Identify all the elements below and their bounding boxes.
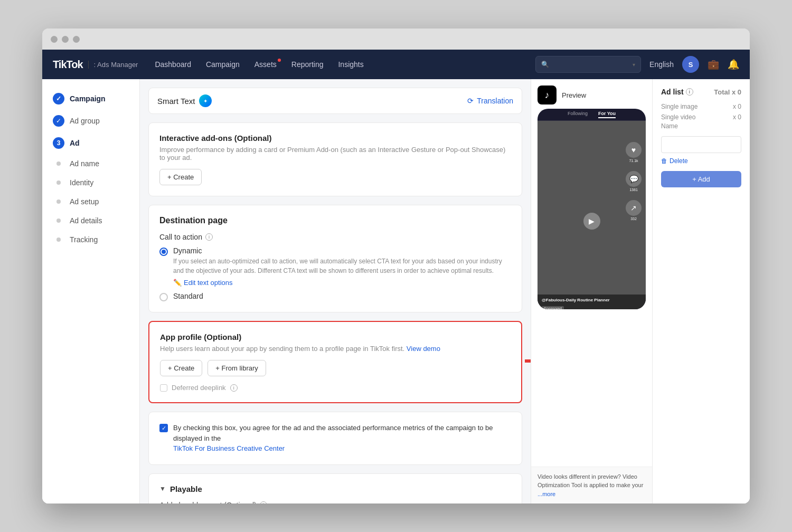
sidebar-item-ad[interactable]: 3 Ad [42, 132, 139, 154]
nav-insights[interactable]: Insights [338, 60, 363, 69]
single-image-count: x 0 [733, 103, 741, 110]
briefcase-icon[interactable]: 💼 [708, 59, 719, 70]
create-addon-button[interactable]: + Create [159, 169, 202, 185]
single-video-count: x 0 [733, 113, 741, 121]
dynamic-desc: If you select an auto-optimized call to … [173, 256, 511, 276]
adlist-total: Total x 0 [714, 88, 741, 96]
sidebar-item-adsetup[interactable]: Ad setup [42, 192, 139, 211]
cta-info-icon[interactable]: i [205, 233, 213, 241]
translation-label: Translation [477, 97, 513, 105]
adlist-title-row: Ad list i Total x 0 [661, 88, 741, 96]
dynamic-label: Dynamic [173, 246, 511, 255]
dynamic-radio-item[interactable]: Dynamic If you select an auto-optimized … [159, 246, 511, 287]
standard-radio-item[interactable]: Standard [159, 292, 511, 301]
translation-button[interactable]: ⟳ Translation [467, 97, 513, 105]
like-action[interactable]: ♥ 71.1k [626, 142, 642, 163]
smart-text-text: Smart Text [157, 97, 195, 106]
consent-text: By checking this box, you agree for the … [173, 423, 511, 454]
tiktok-logo: TikTok [53, 59, 83, 71]
creative-center-link[interactable]: TikTok For Business Creative Center [173, 444, 285, 452]
consent-checkbox[interactable]: ✓ [159, 424, 168, 432]
nav-reporting[interactable]: Reporting [291, 60, 324, 69]
following-tab[interactable]: Following [568, 111, 588, 118]
language-selector[interactable]: English [649, 60, 674, 69]
nav-dashboard[interactable]: Dashboard [155, 60, 191, 69]
adlist-delete-button[interactable]: 🗑 Delete [661, 157, 741, 165]
phone-bottom-bar: @Fabulous-Daily Routine Planner Sponsore… [538, 294, 646, 309]
play-button-icon[interactable]: ▶ [583, 213, 600, 230]
deferred-checkbox[interactable] [160, 384, 167, 392]
nav-assets[interactable]: Assets [254, 60, 277, 69]
edit-icon: ✏️ [173, 279, 182, 287]
standard-label: Standard [173, 292, 203, 300]
app-create-button[interactable]: + Create [160, 360, 202, 376]
share-action[interactable]: ↗ 332 [626, 200, 642, 221]
sidebar-item-adname[interactable]: Ad name [42, 154, 139, 173]
playable-info-icon[interactable]: i [260, 501, 267, 504]
minimize-dot[interactable] [62, 36, 69, 43]
sidebar-item-adgroup[interactable]: ✓ Ad group [42, 110, 139, 132]
sidebar-item-campaign[interactable]: ✓ Campaign [42, 88, 139, 110]
tiktok-icon-container: ♪ Preview [538, 86, 646, 104]
comment-action[interactable]: 💬 1381 [626, 171, 642, 192]
preview-notice: Video looks different in preview? Video … [531, 467, 652, 504]
sidebar-item-addetails[interactable]: Ad details [42, 211, 139, 230]
tiktok-app-icon: ♪ [538, 86, 557, 104]
brand: TikTok : Ads Manager [53, 59, 138, 71]
user-avatar[interactable]: S [682, 56, 699, 73]
adlist-add-button[interactable]: + Add [661, 171, 741, 187]
playable-subtitle-row: Add playable asset (Optional) i [159, 501, 511, 504]
view-demo-link[interactable]: View demo [407, 345, 440, 353]
sidebar-adname-label: Ad name [70, 159, 99, 168]
deferred-info-icon[interactable]: i [230, 384, 238, 392]
smart-text-label: Smart Text ✦ [157, 94, 212, 107]
single-image-label: Single image [661, 103, 697, 110]
preview-more-link[interactable]: ...more [538, 491, 555, 497]
nav-campaign[interactable]: Campaign [206, 60, 240, 69]
phone-right-actions: ♥ 71.1k 💬 1381 ↗ 332 [626, 142, 642, 221]
single-video-label: Single video [661, 113, 695, 121]
trash-icon: 🗑 [661, 157, 667, 165]
identity-dot-icon [56, 180, 61, 185]
close-dot[interactable] [51, 36, 58, 43]
share-count: 332 [630, 217, 637, 221]
like-count: 71.1k [629, 159, 638, 163]
phone-content: ▶ ♥ 71.1k 💬 1381 ↗ [538, 121, 646, 309]
phone-mockup: Following For You ▶ ♥ 71.1k [538, 109, 646, 309]
preview-label: Preview [562, 91, 586, 99]
consent-section: ✓ By checking this box, you agree for th… [148, 412, 522, 465]
dynamic-radio-input[interactable] [159, 248, 168, 256]
standard-radio-input[interactable] [159, 293, 168, 301]
ad-list-panel: Ad list i Total x 0 Single image x 0 Sin… [652, 79, 750, 504]
smart-text-icon: ✦ [199, 94, 212, 107]
from-library-button[interactable]: + From library [208, 360, 266, 376]
maximize-dot[interactable] [73, 36, 80, 43]
adlist-name-field[interactable] [661, 136, 741, 153]
sidebar-addetails-label: Ad details [70, 216, 102, 225]
search-bar[interactable]: 🔍 ▾ [535, 56, 641, 73]
share-icon: ↗ [626, 200, 642, 216]
playable-title: Playable [170, 484, 202, 493]
for-you-tab[interactable]: For You [598, 111, 616, 118]
sidebar-item-identity[interactable]: Identity [42, 173, 139, 192]
sidebar-item-tracking[interactable]: Tracking [42, 230, 139, 249]
comment-count: 1381 [629, 188, 638, 192]
chevron-down-icon: ▼ [159, 485, 166, 492]
navbar: TikTok : Ads Manager Dashboard Campaign … [42, 50, 750, 79]
content-inner: Smart Text ✦ ⟳ Translation Interactive a… [140, 79, 531, 504]
edit-text-link[interactable]: ✏️ Edit text options [173, 279, 511, 287]
sidebar-adsetup-label: Ad setup [70, 197, 99, 206]
username-label: @Fabulous-Daily Routine Planner [542, 298, 642, 302]
ads-manager-label: : Ads Manager [88, 61, 138, 69]
adgroup-check-icon: ✓ [53, 115, 64, 127]
nav-items: Dashboard Campaign Assets Reporting Insi… [155, 60, 535, 69]
interactive-addons-title: Interactive add-ons (Optional) [159, 134, 511, 142]
sidebar-ad-label: Ad [70, 139, 80, 147]
bell-icon[interactable]: 🔔 [728, 59, 739, 70]
adlist-info-icon[interactable]: i [686, 88, 693, 96]
destination-page-title: Destination page [159, 216, 511, 225]
playable-subtitle: Add playable asset (Optional) [159, 501, 257, 504]
arrow-svg [525, 348, 531, 374]
campaign-check-icon: ✓ [53, 93, 64, 104]
assets-notification-dot [278, 59, 281, 62]
